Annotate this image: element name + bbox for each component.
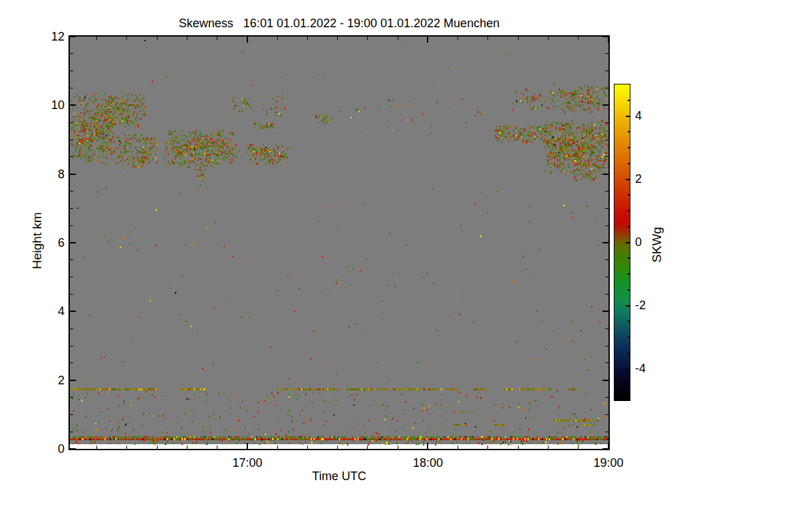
y-tick [70,191,73,192]
colorbar-tick-label: -2 [635,298,662,313]
y-tick [70,380,76,381]
x-tick-label: 19:00 [585,456,632,470]
x-tick [608,37,609,43]
x-tick [247,37,248,43]
y-tick [605,122,608,123]
x-tick [217,37,217,40]
colorbar-minor-tick [628,336,630,338]
y-tick-label: 2 [37,373,65,388]
y-tick [70,174,76,175]
y-tick-label: 12 [37,29,65,44]
y-tick [605,397,608,398]
colorbar-minor-tick [628,273,630,275]
x-tick [578,37,579,40]
y-tick [70,36,76,37]
y-tick [605,362,608,363]
x-tick [458,37,458,40]
x-tick [518,446,519,449]
y-tick [70,53,73,54]
colorbar-tick [626,179,630,180]
x-tick [578,446,579,449]
x-tick [458,446,458,449]
y-tick [605,225,608,226]
y-tick [70,311,76,312]
x-tick [518,37,519,40]
x-tick [187,37,188,40]
colorbar-tick [626,116,630,117]
y-tick [70,277,73,277]
x-tick-label: 18:00 [404,456,451,470]
y-tick [70,225,73,226]
y-tick [602,174,608,175]
x-tick [487,446,488,449]
colorbar-minor-tick [628,163,630,164]
y-tick [70,414,73,415]
y-tick [605,346,608,346]
colorbar-tick [626,368,630,370]
x-tick [398,37,398,40]
x-tick [548,37,549,40]
y-tick-label: 0 [37,442,65,456]
colorbar-minor-tick [628,194,630,196]
y-tick [605,329,608,329]
colorbar-minor-tick [628,384,630,385]
y-tick [70,122,73,123]
colorbar-tick-label: 2 [635,172,662,186]
y-tick [70,140,73,140]
colorbar-title: SKWg [650,221,664,268]
skewness-field-canvas [70,37,608,449]
colorbar-minor-tick [628,352,630,354]
x-tick [217,446,217,449]
colorbar-tick-label: 4 [635,108,662,123]
figure: Skewness 16:01 01.01.2022 - 19:00 01.01.… [0,0,798,532]
x-tick [126,446,127,449]
colorbar-minor-tick [628,226,630,227]
y-tick [70,88,73,88]
y-tick-label: 4 [37,304,65,319]
colorbar-minor-tick [628,100,630,101]
y-tick [605,259,608,260]
y-tick [605,88,608,88]
y-tick [605,432,608,432]
y-tick [70,294,73,295]
y-tick [605,140,608,140]
y-tick [70,362,73,363]
x-tick [157,37,158,40]
x-tick [307,446,308,449]
colorbar-tick-label: -4 [635,361,662,376]
colorbar-minor-tick [628,289,630,291]
x-tick [337,37,338,40]
y-tick [70,432,73,432]
plot-area [68,35,610,450]
x-tick [427,37,428,43]
x-tick [367,37,368,40]
colorbar-tick [626,305,630,307]
y-tick [602,104,608,106]
y-tick [605,191,608,192]
colorbar [614,84,630,401]
x-tick [277,446,278,449]
x-tick [157,446,158,449]
x-tick [427,443,428,449]
x-tick [187,446,188,449]
y-tick [70,208,73,209]
colorbar-tick [626,242,630,243]
colorbar-minor-tick [628,321,630,322]
y-tick [70,70,73,71]
y-tick [70,329,73,329]
x-tick [337,446,338,449]
y-tick [605,294,608,295]
x-axis-title: Time UTC [68,469,610,483]
x-tick [126,37,127,40]
y-tick [70,448,76,450]
x-tick [548,446,549,449]
y-tick [605,70,608,71]
y-tick [70,156,73,157]
y-tick [70,259,73,260]
y-tick [602,36,608,37]
y-tick [605,208,608,209]
x-tick [96,446,97,449]
y-tick [605,414,608,415]
y-tick [605,53,608,54]
y-tick [605,277,608,277]
